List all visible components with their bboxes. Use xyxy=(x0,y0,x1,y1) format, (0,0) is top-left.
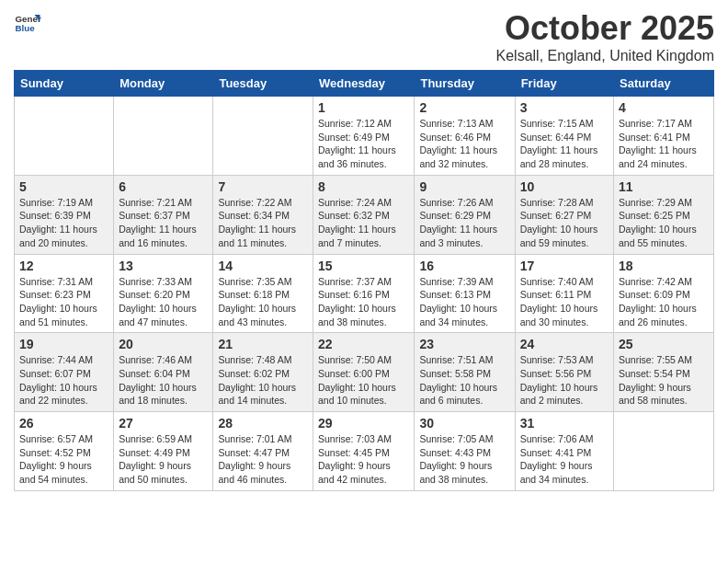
day-cell: 9Sunrise: 7:26 AM Sunset: 6:29 PM Daylig… xyxy=(415,175,515,254)
day-cell: 21Sunrise: 7:48 AM Sunset: 6:02 PM Dayli… xyxy=(213,333,313,412)
day-number: 5 xyxy=(19,179,108,194)
day-info: Sunrise: 7:35 AM Sunset: 6:18 PM Dayligh… xyxy=(218,275,308,329)
day-number: 14 xyxy=(218,259,308,273)
day-info: Sunrise: 7:37 AM Sunset: 6:16 PM Dayligh… xyxy=(318,275,409,329)
day-number: 18 xyxy=(619,259,709,273)
week-row-1: 5Sunrise: 7:19 AM Sunset: 6:39 PM Daylig… xyxy=(15,175,714,254)
day-cell: 28Sunrise: 7:01 AM Sunset: 4:47 PM Dayli… xyxy=(213,412,313,491)
day-info: Sunrise: 7:15 AM Sunset: 6:44 PM Dayligh… xyxy=(520,117,609,171)
week-row-0: 1Sunrise: 7:12 AM Sunset: 6:49 PM Daylig… xyxy=(15,97,714,176)
day-cell: 14Sunrise: 7:35 AM Sunset: 6:18 PM Dayli… xyxy=(213,254,313,333)
day-cell xyxy=(614,412,714,491)
day-info: Sunrise: 7:17 AM Sunset: 6:41 PM Dayligh… xyxy=(619,117,709,171)
day-cell: 24Sunrise: 7:53 AM Sunset: 5:56 PM Dayli… xyxy=(515,333,613,412)
day-number: 26 xyxy=(19,416,108,431)
day-number: 20 xyxy=(119,337,208,351)
day-cell: 19Sunrise: 7:44 AM Sunset: 6:07 PM Dayli… xyxy=(15,333,114,412)
day-number: 31 xyxy=(520,416,609,431)
day-info: Sunrise: 7:05 AM Sunset: 4:43 PM Dayligh… xyxy=(419,432,509,487)
day-info: Sunrise: 7:29 AM Sunset: 6:25 PM Dayligh… xyxy=(619,196,709,250)
day-number: 21 xyxy=(218,337,308,351)
day-cell: 31Sunrise: 7:06 AM Sunset: 4:41 PM Dayli… xyxy=(515,412,613,491)
day-info: Sunrise: 7:53 AM Sunset: 5:56 PM Dayligh… xyxy=(520,353,609,408)
day-info: Sunrise: 7:19 AM Sunset: 6:39 PM Dayligh… xyxy=(19,196,108,250)
day-number: 25 xyxy=(619,337,709,351)
day-cell: 5Sunrise: 7:19 AM Sunset: 6:39 PM Daylig… xyxy=(15,175,114,254)
day-info: Sunrise: 7:42 AM Sunset: 6:09 PM Dayligh… xyxy=(619,275,709,329)
day-info: Sunrise: 7:50 AM Sunset: 6:00 PM Dayligh… xyxy=(318,353,409,408)
day-info: Sunrise: 7:46 AM Sunset: 6:04 PM Dayligh… xyxy=(119,353,208,408)
day-cell: 4Sunrise: 7:17 AM Sunset: 6:41 PM Daylig… xyxy=(614,97,714,176)
day-info: Sunrise: 7:39 AM Sunset: 6:13 PM Dayligh… xyxy=(419,275,509,329)
day-cell: 11Sunrise: 7:29 AM Sunset: 6:25 PM Dayli… xyxy=(614,175,714,254)
day-number: 9 xyxy=(419,179,509,194)
day-info: Sunrise: 7:13 AM Sunset: 6:46 PM Dayligh… xyxy=(419,117,509,171)
day-info: Sunrise: 7:12 AM Sunset: 6:49 PM Dayligh… xyxy=(318,117,409,171)
calendar-table: SundayMondayTuesdayWednesdayThursdayFrid… xyxy=(14,70,714,491)
calendar-body: 1Sunrise: 7:12 AM Sunset: 6:49 PM Daylig… xyxy=(15,97,714,491)
weekday-header-tuesday: Tuesday xyxy=(213,71,313,97)
weekday-header-sunday: Sunday xyxy=(15,71,114,97)
day-number: 15 xyxy=(318,259,409,273)
weekday-header-saturday: Saturday xyxy=(614,71,714,97)
day-number: 30 xyxy=(419,416,509,431)
weekday-header-monday: Monday xyxy=(114,71,213,97)
day-info: Sunrise: 7:40 AM Sunset: 6:11 PM Dayligh… xyxy=(520,275,609,329)
day-info: Sunrise: 7:33 AM Sunset: 6:20 PM Dayligh… xyxy=(119,275,208,329)
day-cell xyxy=(114,97,213,176)
week-row-2: 12Sunrise: 7:31 AM Sunset: 6:23 PM Dayli… xyxy=(15,254,714,333)
calendar-header: SundayMondayTuesdayWednesdayThursdayFrid… xyxy=(15,71,714,97)
day-cell: 27Sunrise: 6:59 AM Sunset: 4:49 PM Dayli… xyxy=(114,412,213,491)
month-title: October 2025 xyxy=(496,9,714,48)
day-info: Sunrise: 7:31 AM Sunset: 6:23 PM Dayligh… xyxy=(19,275,108,329)
day-info: Sunrise: 7:44 AM Sunset: 6:07 PM Dayligh… xyxy=(19,353,108,408)
day-cell: 22Sunrise: 7:50 AM Sunset: 6:00 PM Dayli… xyxy=(313,333,415,412)
day-cell: 20Sunrise: 7:46 AM Sunset: 6:04 PM Dayli… xyxy=(114,333,213,412)
day-cell: 10Sunrise: 7:28 AM Sunset: 6:27 PM Dayli… xyxy=(515,175,613,254)
day-cell: 15Sunrise: 7:37 AM Sunset: 6:16 PM Dayli… xyxy=(313,254,415,333)
day-cell: 6Sunrise: 7:21 AM Sunset: 6:37 PM Daylig… xyxy=(114,175,213,254)
day-cell: 7Sunrise: 7:22 AM Sunset: 6:34 PM Daylig… xyxy=(213,175,313,254)
day-number: 12 xyxy=(19,259,108,273)
day-info: Sunrise: 7:55 AM Sunset: 5:54 PM Dayligh… xyxy=(619,353,709,408)
day-number: 27 xyxy=(119,416,208,431)
day-number: 10 xyxy=(520,179,609,194)
day-cell xyxy=(15,97,114,176)
day-cell: 26Sunrise: 6:57 AM Sunset: 4:52 PM Dayli… xyxy=(15,412,114,491)
day-number: 23 xyxy=(419,337,509,351)
day-number: 7 xyxy=(218,179,308,194)
day-info: Sunrise: 6:59 AM Sunset: 4:49 PM Dayligh… xyxy=(119,432,208,487)
day-cell: 25Sunrise: 7:55 AM Sunset: 5:54 PM Dayli… xyxy=(614,333,714,412)
day-cell xyxy=(213,97,313,176)
logo: General Blue xyxy=(14,9,41,37)
weekday-header-thursday: Thursday xyxy=(415,71,515,97)
day-number: 13 xyxy=(119,259,208,273)
day-number: 24 xyxy=(520,337,609,351)
day-number: 29 xyxy=(318,416,409,431)
day-number: 28 xyxy=(218,416,308,431)
day-info: Sunrise: 7:24 AM Sunset: 6:32 PM Dayligh… xyxy=(318,196,409,250)
logo-icon: General Blue xyxy=(14,9,41,37)
day-cell: 13Sunrise: 7:33 AM Sunset: 6:20 PM Dayli… xyxy=(114,254,213,333)
day-number: 19 xyxy=(19,337,108,351)
svg-text:Blue: Blue xyxy=(16,23,36,33)
day-cell: 8Sunrise: 7:24 AM Sunset: 6:32 PM Daylig… xyxy=(313,175,415,254)
week-row-4: 26Sunrise: 6:57 AM Sunset: 4:52 PM Dayli… xyxy=(15,412,714,491)
weekday-header-friday: Friday xyxy=(515,71,613,97)
day-number: 6 xyxy=(119,179,208,194)
day-cell: 12Sunrise: 7:31 AM Sunset: 6:23 PM Dayli… xyxy=(15,254,114,333)
day-info: Sunrise: 7:21 AM Sunset: 6:37 PM Dayligh… xyxy=(119,196,208,250)
day-cell: 18Sunrise: 7:42 AM Sunset: 6:09 PM Dayli… xyxy=(614,254,714,333)
day-cell: 30Sunrise: 7:05 AM Sunset: 4:43 PM Dayli… xyxy=(415,412,515,491)
weekday-header-row: SundayMondayTuesdayWednesdayThursdayFrid… xyxy=(15,71,714,97)
day-number: 11 xyxy=(619,179,709,194)
day-number: 4 xyxy=(619,100,709,115)
day-info: Sunrise: 7:48 AM Sunset: 6:02 PM Dayligh… xyxy=(218,353,308,408)
day-number: 16 xyxy=(419,259,509,273)
day-info: Sunrise: 7:26 AM Sunset: 6:29 PM Dayligh… xyxy=(419,196,509,250)
day-cell: 3Sunrise: 7:15 AM Sunset: 6:44 PM Daylig… xyxy=(515,97,613,176)
day-number: 3 xyxy=(520,100,609,115)
day-cell: 2Sunrise: 7:13 AM Sunset: 6:46 PM Daylig… xyxy=(415,97,515,176)
day-number: 22 xyxy=(318,337,409,351)
day-info: Sunrise: 7:01 AM Sunset: 4:47 PM Dayligh… xyxy=(218,432,308,487)
